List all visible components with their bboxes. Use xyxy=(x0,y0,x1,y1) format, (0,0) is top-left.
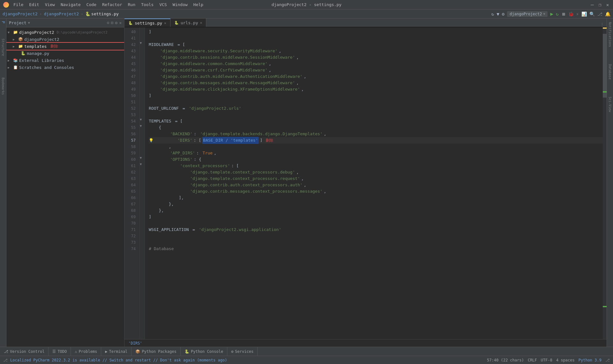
status-update-message[interactable]: Localized PyCharm 2022.3.2 is available … xyxy=(10,358,227,362)
code-line-73 xyxy=(149,239,603,246)
gutter-60: ▼ xyxy=(140,155,145,161)
close-button[interactable]: ✕ xyxy=(605,3,610,7)
line-ending[interactable]: CRLF xyxy=(528,358,537,362)
menu-file[interactable]: File xyxy=(11,2,26,8)
ln-57: 57 xyxy=(125,137,137,144)
left-sidebar-icons: P Structure Bookmarks xyxy=(0,19,6,347)
ln-63: 63 xyxy=(125,175,137,182)
code-line-41 xyxy=(149,35,603,41)
database-panel-label[interactable]: Database xyxy=(608,62,612,81)
lightbulb-icon[interactable]: 💡 xyxy=(149,137,154,144)
menu-run[interactable]: Run xyxy=(125,2,138,8)
tab-problems[interactable]: ⚠ Problems xyxy=(71,347,101,356)
problems-label: Problems xyxy=(79,349,97,354)
menu-navigate[interactable]: Navigate xyxy=(58,2,83,8)
collapse-60-icon[interactable]: ▼ xyxy=(140,156,142,160)
hide-panel-icon[interactable]: ✕ xyxy=(119,20,122,25)
menu-vcs[interactable]: VCS xyxy=(157,2,169,8)
tab-todo[interactable]: ☰ TODO xyxy=(49,347,71,356)
gutter-64 xyxy=(140,181,145,187)
tab-python-console[interactable]: 🐍 Python Console xyxy=(181,347,227,356)
project-panel: Project ▼ ⊙ ⊟ ⚙ ✕ ▼ 📁 djangoProject2 D:\… xyxy=(6,19,125,347)
project-dropdown[interactable]: djangoProject2 ▼ xyxy=(507,11,548,17)
python-version[interactable]: Python 3.9 xyxy=(579,358,602,362)
profiler-icon[interactable]: 📊 xyxy=(581,11,587,17)
breadcrumb-file[interactable]: 🐍 settings.py xyxy=(85,11,119,16)
coverage-icon[interactable]: ⚡ xyxy=(576,11,579,17)
breadcrumb-subdir[interactable]: djangoProject2 xyxy=(44,11,79,16)
encoding[interactable]: UTF-8 xyxy=(541,358,552,362)
ln-42: 42 xyxy=(125,41,137,48)
dirs-delete-label[interactable]: 删除 xyxy=(266,137,273,144)
panel-header: Project ▼ ⊙ ⊟ ⚙ ✕ xyxy=(6,19,124,27)
breadcrumb-project[interactable]: djangoProject2 xyxy=(3,11,38,16)
gear-icon[interactable]: ⚙ xyxy=(502,11,504,17)
structure-icon[interactable]: Structure xyxy=(1,39,5,56)
tree-item-root[interactable]: ▼ 📁 djangoProject2 D:\pycode\djangoProje… xyxy=(6,29,124,36)
collapse-all-icon[interactable]: ⊟ xyxy=(111,20,114,25)
bookmarks-icon[interactable]: Bookmarks xyxy=(1,78,5,95)
code-line-60: 'OPTIONS': { xyxy=(149,156,603,163)
code-line-48: 'django.contrib.messages.middleware.Mess… xyxy=(149,80,603,86)
titlebar: File Edit View Navigate Code Refactor Ru… xyxy=(0,0,613,10)
menu-refactor[interactable]: Refactor xyxy=(100,2,125,8)
tab-version-control[interactable]: ⎇ Version Control xyxy=(0,347,49,356)
maximize-button[interactable]: ❐ xyxy=(598,3,602,7)
tab-settings-py[interactable]: 🐍 settings.py ✕ xyxy=(125,19,170,27)
urls-tab-close-icon[interactable]: ✕ xyxy=(200,21,202,25)
tab-more-icon[interactable]: ⋮ xyxy=(600,22,604,27)
titlebar-controls: — ❐ ✕ xyxy=(590,3,610,7)
collapse-middleware-icon[interactable]: ▼ xyxy=(140,41,142,45)
sync-icon[interactable]: ↻ xyxy=(491,11,494,17)
gutter-41 xyxy=(140,34,145,40)
ln-67: 67 xyxy=(125,201,137,207)
menu-view[interactable]: View xyxy=(42,2,57,8)
locate-icon[interactable]: ⊙ xyxy=(107,20,110,25)
search-icon[interactable]: 🔍 xyxy=(589,11,595,17)
settings-panel-icon[interactable]: ⚙ xyxy=(115,20,117,25)
ln-68: 68 xyxy=(125,207,137,214)
sciview-panel-label[interactable]: Sci-View xyxy=(608,95,612,114)
project-name: djangoProject2 xyxy=(510,12,542,16)
debug-button[interactable]: 🐞 xyxy=(568,11,574,17)
terminal-icon[interactable]: ▼ xyxy=(496,11,499,17)
notifications-panel-label[interactable]: Notifications xyxy=(608,20,612,49)
indent-setting[interactable]: 4 spaces xyxy=(556,358,575,362)
settings-tab-close-icon[interactable]: ✕ xyxy=(164,21,166,25)
minimize-button[interactable]: — xyxy=(590,3,594,7)
collapse-templates-icon[interactable]: ▼ xyxy=(140,118,142,121)
rerun-icon[interactable]: ↻ xyxy=(556,11,558,17)
gutter-70 xyxy=(140,219,145,225)
tree-item-scratches[interactable]: ▶ 📋 Scratches and Consoles xyxy=(6,64,124,71)
scrollbar[interactable] xyxy=(603,27,607,339)
scroll-thumb[interactable] xyxy=(603,34,607,98)
collapse-55-icon[interactable]: ▼ xyxy=(140,124,142,128)
success-indicator-2 xyxy=(603,306,607,307)
tree-item-django-pkg[interactable]: ▶ 📦 djangoProject2 xyxy=(6,36,124,43)
collapse-61-icon[interactable]: ▼ xyxy=(140,162,142,166)
tree-item-manage-py[interactable]: ▶ 🐍 manage.py xyxy=(6,50,124,57)
tree-item-external-libs[interactable]: ▶ 📚 External Libraries xyxy=(6,57,124,64)
gutter-53 xyxy=(140,110,145,117)
notifications-icon[interactable]: 🔔 xyxy=(605,11,610,17)
code-content[interactable]: ] MIDDLEWARE = [ 'django.middleware.secu… xyxy=(145,27,603,339)
menu-help[interactable]: Help xyxy=(191,2,206,8)
gutter-50 xyxy=(140,91,145,98)
menu-tools[interactable]: Tools xyxy=(139,2,156,8)
run-button[interactable]: ▶ xyxy=(550,11,553,17)
menu-edit[interactable]: Edit xyxy=(26,2,42,8)
tab-terminal[interactable]: ▶ Terminal xyxy=(101,347,132,356)
code-line-56: 'BACKEND': 'django.template.backends.dja… xyxy=(149,131,603,137)
gutter-45 xyxy=(140,59,145,66)
tab-services[interactable]: ⚙ Services xyxy=(227,347,258,356)
stop-icon[interactable]: ⏹ xyxy=(561,11,566,17)
tab-python-packages[interactable]: 📦 Python Packages xyxy=(132,347,180,356)
app-logo-icon xyxy=(3,2,9,8)
vcs-icon[interactable]: ⎇ xyxy=(597,11,602,17)
menu-code[interactable]: Code xyxy=(84,2,99,8)
tab-urls-py[interactable]: 🐍 urls.py ✕ xyxy=(170,19,206,27)
project-icon[interactable]: P xyxy=(1,21,5,23)
menu-window[interactable]: Window xyxy=(170,2,190,8)
project-dropdown-chevron-icon[interactable]: ▼ xyxy=(28,21,30,25)
tree-item-templates[interactable]: ▶ 📁 templates 删除 xyxy=(6,43,124,50)
